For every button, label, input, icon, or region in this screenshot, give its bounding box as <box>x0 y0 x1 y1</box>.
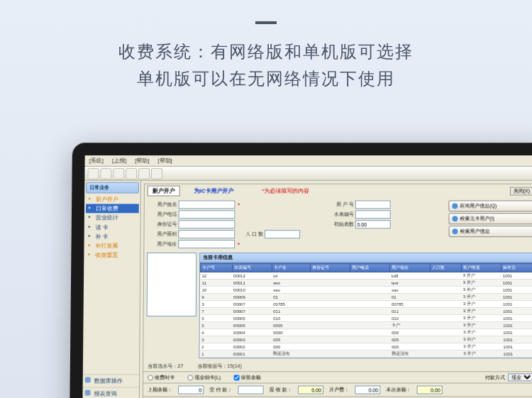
table-row[interactable]: 1200012lollol83 开户1001 <box>201 272 532 280</box>
sidebar-item[interactable]: 补打发票 <box>85 241 138 250</box>
menubar: [系统] [上报] [帮助] [帮助] <box>85 155 532 167</box>
paid-input[interactable] <box>238 386 263 394</box>
laptop-frame: [系统] [上报] [帮助] [帮助] 日常业务 新户开户日常收费营业统计读 卡… <box>70 143 532 398</box>
form-input[interactable] <box>355 200 390 209</box>
radio-card[interactable]: 收费时卡 <box>148 374 174 381</box>
marketing-line-1: 收费系统：有网络版和单机版可选择 <box>0 38 532 65</box>
table-row[interactable]: 30000700785007853 开户1001 <box>200 301 532 308</box>
table-row[interactable]: 1100011testtest3 开户1001 <box>200 280 532 287</box>
photo-placeholder <box>147 253 197 316</box>
table-row[interactable]: 3000030050053 补户1001 <box>200 336 532 343</box>
sidebar-bottom-item[interactable]: 数据库操作 <box>83 375 139 387</box>
checkbox-keep-balance[interactable]: 保留余额 <box>233 374 260 381</box>
pay-method-label: 付款方式 <box>485 374 505 381</box>
form-input[interactable] <box>178 230 235 238</box>
toolbar-btn[interactable] <box>87 167 99 179</box>
toolbar-btn[interactable] <box>100 167 111 179</box>
form-input[interactable] <box>355 210 390 219</box>
app-window: [系统] [上报] [帮助] [帮助] 日常业务 新户开户日常收费营业统计读 卡… <box>82 155 532 398</box>
table-row[interactable]: 5000050005卡户3 开户1001 <box>200 322 532 329</box>
form-input[interactable] <box>265 230 300 238</box>
toolbar <box>84 167 532 181</box>
sidebar-item[interactable]: 新户开户 <box>86 195 139 204</box>
table-title: 当前卡用信息 <box>199 253 532 262</box>
toolbar-btn[interactable] <box>126 167 137 179</box>
table-row[interactable]: 1000010saosao3 补户1001 <box>200 286 532 293</box>
form-area: 用户姓名*用户电话身份证号用户面积人 口 数用户地址* 用 户 号水表编号初始底… <box>144 198 532 253</box>
table-header: 用户地址 <box>390 264 430 272</box>
query-button[interactable]: 检索用户信息 <box>449 226 532 237</box>
marketing-line-2: 单机版可以在无网络情况下使用 <box>0 65 532 92</box>
pay-method-select[interactable]: 现金 <box>508 373 532 381</box>
sidebar-item[interactable]: 读 卡 <box>86 223 139 232</box>
panel-required-hint: *为必须填写的内容 <box>262 187 309 195</box>
this-balance-input[interactable] <box>416 386 442 394</box>
sidebar-item[interactable]: 收据重置 <box>85 250 138 260</box>
radio-cash[interactable]: 现金销卡(L) <box>187 374 221 381</box>
table-header: 操作员 <box>501 264 532 272</box>
form-input[interactable] <box>178 240 235 248</box>
open-account-panel: 新户开户 为IC卡用户开户 *为必须填写的内容 关闭(X) 用户姓名*用户电话身… <box>143 184 532 398</box>
query-button[interactable]: 双询用户信息(Q) <box>448 200 532 211</box>
panel-subtitle: 为IC卡用户开户 <box>194 187 234 195</box>
form-input[interactable] <box>179 200 235 209</box>
info-line: 当前流水号：27 当前收据号：15(14) <box>143 361 532 371</box>
toolbar-btn[interactable] <box>113 167 124 179</box>
table-row[interactable]: 90000901013 开户1001 <box>200 293 532 300</box>
options-bar: 收费时卡 现金销卡(L) 保留余额 付款方式 现金 <box>143 371 532 382</box>
sidebar-item[interactable]: 日常收费 <box>86 204 139 214</box>
table-header: 卡户号 <box>201 264 233 272</box>
sidebar-item[interactable]: 补 卡 <box>86 232 139 241</box>
table-header: 水表编号 <box>232 264 272 272</box>
money-bar: 上期余额： 交 付 款： 应 收 款： 开户费： 本次余额： <box>143 382 532 396</box>
table-row[interactable]: 5000050100103 开户1001 <box>200 315 532 322</box>
panel-tab: 新户开户 <box>148 186 180 197</box>
sidebar-bottom-item[interactable]: 报表查询 <box>82 387 139 398</box>
close-button[interactable]: 关闭(X) <box>510 187 532 195</box>
receivable-input[interactable] <box>298 386 323 394</box>
marketing-block: 收费系统：有网络版和单机版可选择 单机版可以在无网络情况下使用 <box>0 0 532 93</box>
sidebar-header: 日常业务 <box>86 182 139 194</box>
divider <box>255 21 277 24</box>
menu-upload[interactable]: [上报] <box>112 157 126 165</box>
form-input[interactable] <box>355 220 390 228</box>
workspace: 日常业务 新户开户日常收费营业统计读 卡补 卡补打发票收据重置 数据库操作报表查… <box>82 181 532 398</box>
table-header: 人口数 <box>430 264 462 272</box>
main-area: 新户开户 为IC卡用户开户 *为必须填写的内容 关闭(X) 用户姓名*用户电话身… <box>140 181 532 398</box>
user-table[interactable]: 卡户号水表编号卡户名身份证号用户电话用户地址人口数客户性质操作员1200012l… <box>199 262 532 358</box>
table-header: 客户性质 <box>461 264 501 272</box>
menu-help[interactable]: [帮助] <box>135 157 149 165</box>
table-header: 身份证号 <box>311 264 350 272</box>
prev-balance-input[interactable] <box>178 386 204 394</box>
query-button[interactable]: 检索无卡用户(I) <box>448 213 532 224</box>
table-row[interactable]: 7000070110113 开户1001 <box>200 308 532 315</box>
table-row[interactable]: 40000400000003 开户1001 <box>200 329 532 336</box>
menu-system[interactable]: [系统] <box>89 157 104 165</box>
table-header: 用户电话 <box>350 264 390 272</box>
sidebar: 日常业务 新户开户日常收费营业统计读 卡补 卡补打发票收据重置 数据库操作报表查… <box>82 181 141 398</box>
table-header: 卡户名 <box>272 264 310 272</box>
sidebar-item[interactable]: 营业统计 <box>86 214 139 223</box>
toolbar-btn[interactable] <box>138 167 150 179</box>
menu-help2[interactable]: [帮助] <box>157 157 172 165</box>
table-row[interactable]: 100001我还没有我还没有3 开户1001 <box>200 350 532 358</box>
table-row[interactable]: 2000020000003 开户1001 <box>200 343 532 350</box>
form-input[interactable] <box>178 220 235 228</box>
toolbar-btn[interactable] <box>151 167 162 179</box>
open-fee-input[interactable] <box>355 386 380 394</box>
form-input[interactable] <box>179 210 235 219</box>
